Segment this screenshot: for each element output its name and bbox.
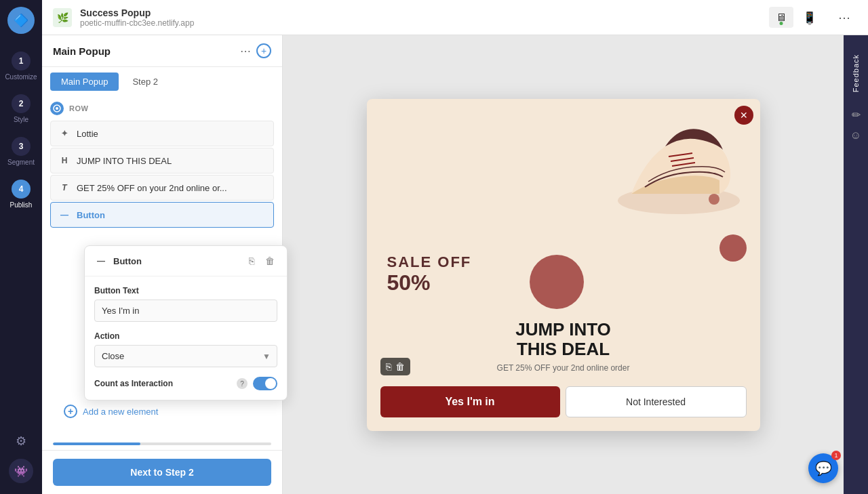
sale-text-area: SALE OFF 50% bbox=[367, 99, 760, 310]
action-section: Action Close Go to URL Go to Step Submit… bbox=[94, 331, 277, 367]
bottom-bar: Next to Step 2 bbox=[42, 450, 282, 494]
element-button[interactable]: — Button bbox=[50, 202, 274, 228]
cta-row: ⎘ 🗑 Yes I'm in Not Interested bbox=[367, 386, 760, 431]
sale-percent-text: 50% bbox=[387, 270, 431, 295]
add-element-row[interactable]: + Add a new element bbox=[53, 396, 271, 426]
sidebar-item-customize[interactable]: 1 Customize bbox=[0, 45, 42, 87]
button-text-label: Button Text bbox=[94, 286, 277, 295]
feedback-smile-button[interactable]: ☺ bbox=[850, 129, 861, 142]
add-element-label: Add a new element bbox=[83, 407, 158, 417]
feedback-icons: ✏ ☺ bbox=[850, 108, 861, 142]
popup-close-button[interactable]: ✕ bbox=[734, 106, 753, 125]
preview-copy-button[interactable]: ⎘ bbox=[386, 361, 391, 372]
heading-label: JUMP INTO THIS DEAL bbox=[77, 156, 267, 166]
jump-title: JUMP INTO THIS DEAL bbox=[387, 320, 740, 358]
get-off-text: GET 25% OFF your 2nd online order bbox=[387, 363, 740, 373]
tab-main-popup[interactable]: Main Popup bbox=[50, 73, 119, 91]
mobile-view-button[interactable]: 📱 bbox=[796, 7, 823, 28]
help-icon[interactable]: ? bbox=[237, 378, 248, 389]
progress-bar bbox=[53, 442, 271, 445]
jump-line1: JUMP INTO bbox=[387, 320, 740, 339]
customize-label: Customize bbox=[5, 73, 37, 81]
interaction-toggle[interactable] bbox=[253, 377, 277, 390]
interaction-label: Count as Interaction bbox=[94, 379, 231, 388]
editor-body: Main Popup ⋯ + Main Popup Step 2 ROW ✦ bbox=[42, 35, 868, 494]
device-buttons: 🖥 📱 bbox=[769, 7, 823, 28]
element-heading[interactable]: H JUMP INTO THIS DEAL bbox=[50, 148, 274, 173]
button-editor-body: Button Text Action Close Go to URL Go to… bbox=[85, 276, 287, 400]
add-element-plus-icon: + bbox=[64, 405, 77, 418]
publish-number: 4 bbox=[12, 180, 31, 199]
app-logo[interactable]: 🔷 bbox=[7, 7, 35, 34]
tabs-row: Main Popup Step 2 bbox=[42, 67, 282, 96]
preview-action-icons: ⎘ 🗑 bbox=[380, 358, 410, 375]
sidebar-item-segment[interactable]: 3 Segment bbox=[0, 130, 42, 173]
left-sidebar: 🔷 1 Customize 2 Style 3 Segment 4 Publis… bbox=[0, 0, 42, 494]
action-select[interactable]: Close Go to URL Go to Step Submit Form bbox=[94, 345, 277, 367]
button-copy-button[interactable]: ⎘ bbox=[246, 254, 257, 268]
segment-label: Segment bbox=[7, 159, 35, 166]
style-number: 2 bbox=[12, 94, 31, 113]
notification-badge: 1 bbox=[831, 451, 841, 460]
row-indicator bbox=[50, 102, 64, 115]
site-icon: 🌿 bbox=[53, 8, 72, 27]
button-editor-header: — Button ⎘ 🗑 bbox=[85, 246, 287, 276]
feedback-pencil-button[interactable]: ✏ bbox=[852, 108, 861, 121]
customize-number: 1 bbox=[12, 52, 31, 70]
panel-more-button[interactable]: ⋯ bbox=[240, 45, 251, 58]
chat-button-container: 💬 1 bbox=[808, 453, 838, 483]
element-lottie[interactable]: ✦ Lottie bbox=[50, 121, 274, 146]
feedback-panel: Feedback ✏ ☺ bbox=[844, 35, 868, 494]
popup-preview: ✕ bbox=[367, 99, 760, 431]
button-element-label: Button bbox=[77, 210, 267, 220]
button-delete-button[interactable]: 🗑 bbox=[262, 254, 277, 268]
mobile-dot bbox=[808, 22, 812, 25]
logo-icon: 🔷 bbox=[14, 13, 28, 28]
editor-container: 🌿 Success Popup poetic-muffin-cbc3ee.net… bbox=[42, 0, 868, 494]
settings-button[interactable]: ⚙ bbox=[9, 429, 33, 453]
segment-number: 3 bbox=[12, 137, 31, 156]
preview-delete-button[interactable]: 🗑 bbox=[395, 361, 405, 372]
element-text[interactable]: T GET 25% OFF on your 2nd online or... bbox=[50, 175, 274, 201]
jump-line2: THIS DEAL bbox=[387, 339, 740, 359]
text-label: GET 25% OFF on your 2nd online or... bbox=[77, 183, 267, 193]
panel-header: Main Popup ⋯ + bbox=[42, 35, 282, 67]
button-text-input[interactable] bbox=[94, 300, 277, 322]
panel-add-button[interactable]: + bbox=[256, 43, 271, 58]
action-select-wrapper: Close Go to URL Go to Step Submit Form ▼ bbox=[94, 345, 277, 367]
row-section: ROW bbox=[42, 96, 282, 121]
tab-step-2[interactable]: Step 2 bbox=[121, 73, 169, 91]
next-step-button[interactable]: Next to Step 2 bbox=[53, 459, 271, 486]
lottie-label: Lottie bbox=[77, 129, 267, 139]
interaction-row: Count as Interaction ? bbox=[94, 377, 277, 390]
sale-off-text: SALE OFF bbox=[387, 254, 472, 270]
site-title: Success Popup bbox=[80, 7, 194, 18]
button-editor-icon: — bbox=[94, 254, 108, 268]
publish-label: Publish bbox=[10, 201, 33, 209]
not-interested-button[interactable]: Not Interested bbox=[566, 386, 747, 417]
popup-image-area: SALE OFF 50% bbox=[367, 99, 760, 310]
button-element-icon: — bbox=[58, 208, 71, 222]
more-options-button[interactable]: ⋯ bbox=[831, 6, 857, 29]
popup-main-content: JUMP INTO THIS DEAL GET 25% OFF your 2nd… bbox=[367, 309, 760, 386]
toggle-knob bbox=[265, 378, 276, 389]
style-label: Style bbox=[14, 116, 28, 123]
button-editor-title: Button bbox=[113, 256, 241, 266]
text-icon: T bbox=[58, 181, 71, 194]
lottie-icon: ✦ bbox=[58, 127, 71, 140]
support-button[interactable]: 👾 bbox=[9, 459, 33, 483]
chat-button[interactable]: 💬 1 bbox=[808, 453, 838, 483]
sidebar-item-style[interactable]: 2 Style bbox=[0, 87, 42, 130]
top-bar: 🌿 Success Popup poetic-muffin-cbc3ee.net… bbox=[42, 0, 868, 35]
site-url: poetic-muffin-cbc3ee.netlify.app bbox=[80, 18, 194, 28]
progress-fill bbox=[53, 442, 140, 445]
yes-im-in-button[interactable]: Yes I'm in bbox=[380, 386, 560, 417]
feedback-tab[interactable]: Feedback bbox=[850, 49, 861, 98]
action-label: Action bbox=[94, 331, 277, 341]
sidebar-item-publish[interactable]: 4 Publish bbox=[0, 173, 42, 215]
svg-point-1 bbox=[56, 107, 58, 110]
desktop-view-button[interactable]: 🖥 bbox=[769, 7, 793, 28]
desktop-dot bbox=[780, 22, 783, 25]
heading-icon: H bbox=[58, 154, 71, 167]
button-editor: — Button ⎘ 🗑 Button Text Action Close Go… bbox=[84, 245, 288, 400]
